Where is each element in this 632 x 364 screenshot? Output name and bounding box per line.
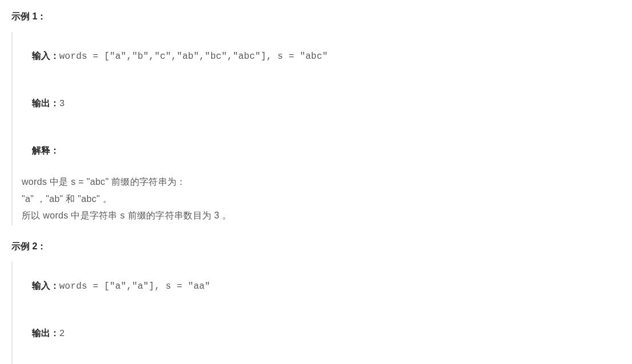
- input-label: 输入：: [32, 51, 59, 60]
- example-1-explain-label-line: 解释：: [22, 127, 621, 173]
- example-2-block: 输入：words = ["a","a"], s = "aa" 输出：2 解释： …: [11, 261, 621, 364]
- output-value: 2: [59, 329, 65, 339]
- example-1-heading: 示例 1：: [11, 9, 621, 24]
- input-label: 输入：: [32, 281, 59, 290]
- example-1-explain-line-2: 所以 words 中是字符串 s 前缀的字符串数目为 3 。: [22, 207, 621, 224]
- example-1-explain-line-0: words 中是 s = "abc" 前缀的字符串为：: [22, 173, 621, 191]
- output-value: 3: [59, 99, 65, 109]
- example-2-heading: 示例 2：: [11, 239, 621, 254]
- explain-label: 解释：: [32, 145, 59, 155]
- example-1-input-line: 输入：words = ["a","b","c","ab","bc","abc"]…: [22, 33, 621, 80]
- example-1-explain-line-1: "a" ，"ab" 和 "abc" 。: [22, 191, 621, 208]
- example-1-output-line: 输出：3: [22, 80, 621, 127]
- output-label: 输出：: [32, 98, 59, 108]
- example-2-input-line: 输入：words = ["a","a"], s = "aa": [22, 262, 621, 310]
- example-2-output-line: 输出：2: [22, 310, 621, 357]
- example-2-explain-label-line: 解释：: [22, 357, 621, 364]
- example-1-block: 输入：words = ["a","b","c","ab","bc","abc"]…: [11, 32, 621, 225]
- input-value: words = ["a","a"], s = "aa": [59, 281, 211, 292]
- output-label: 输出：: [32, 328, 59, 338]
- input-value: words = ["a","b","c","ab","bc","abc"], s…: [59, 51, 328, 62]
